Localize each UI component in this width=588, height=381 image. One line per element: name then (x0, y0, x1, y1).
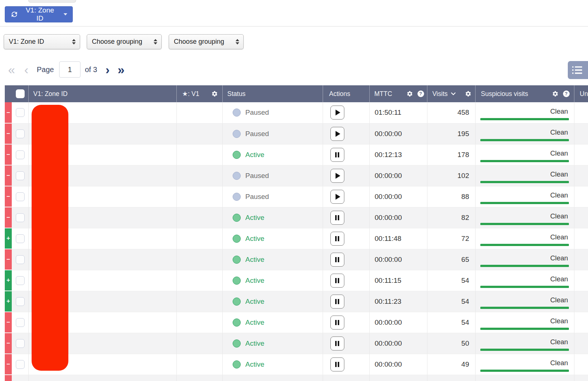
row-checkbox[interactable] (16, 150, 25, 159)
next-page-button[interactable]: › (105, 60, 110, 79)
row-checkbox[interactable] (16, 297, 25, 306)
view-options-button[interactable] (568, 61, 588, 79)
column-header-visits[interactable]: Visits (427, 85, 475, 102)
status-label: Paused (245, 108, 269, 117)
pause-button[interactable] (330, 295, 344, 309)
pause-button[interactable] (330, 316, 344, 330)
table-row: –Active00:00:0050Clean (5, 333, 588, 354)
column-settings-gear-icon[interactable] (211, 90, 218, 97)
play-button[interactable] (330, 190, 344, 204)
refresh-grouping-button[interactable]: V1: Zone ID (5, 6, 73, 22)
column-label: Suspicious visits (481, 90, 528, 98)
table-row: +Active00:11:1554Clean (5, 270, 588, 291)
trend-indicator: – (5, 186, 12, 207)
play-icon (336, 194, 340, 200)
pause-icon (335, 257, 339, 262)
page-input[interactable] (59, 61, 80, 78)
column-settings-gear-icon[interactable] (465, 90, 472, 97)
status-label: Active (245, 235, 265, 243)
visits-value: 82 (461, 214, 469, 221)
suspicious-level-bar (480, 160, 569, 162)
trend-sign: – (7, 151, 10, 158)
column-header-star[interactable]: ★: V1 (176, 85, 222, 102)
column-header-suspicious[interactable]: Suspicious visits? (475, 85, 574, 102)
table-row: +Active00:11:2354Clean (5, 291, 588, 312)
grouping-select-2[interactable]: Choose grouping (87, 34, 162, 49)
suspicious-visits-label: Clean (480, 338, 569, 346)
pause-button[interactable] (330, 148, 344, 162)
table-row: –Active00:00:0065Clean (5, 249, 588, 270)
first-page-button[interactable]: « (8, 60, 15, 79)
grouping-select-3[interactable]: Choose grouping (169, 34, 244, 49)
column-header-mttc[interactable]: MTTC? (369, 85, 427, 102)
help-icon[interactable]: ? (563, 90, 570, 97)
pause-button[interactable] (330, 232, 344, 246)
mttc-value: 00:11:48 (375, 235, 402, 242)
row-checkbox[interactable] (16, 108, 25, 117)
suspicious-level-bar (480, 181, 569, 183)
visits-value: 102 (458, 172, 469, 179)
row-checkbox[interactable] (16, 360, 25, 369)
select-all-checkbox[interactable] (16, 89, 25, 98)
pause-icon (335, 215, 339, 220)
pause-button[interactable] (330, 337, 344, 350)
column-header-zone[interactable]: V1: Zone ID (28, 85, 176, 102)
play-button[interactable] (330, 169, 344, 183)
column-header-check[interactable] (5, 85, 28, 102)
column-header-actions[interactable]: Actions (323, 85, 369, 102)
cutoff-column-cell (574, 249, 588, 270)
mttc-value: 00:11:23 (375, 298, 402, 305)
row-checkbox[interactable] (16, 171, 25, 180)
visits-value: 72 (461, 235, 469, 242)
suspicious-level-bar (480, 139, 569, 141)
stepper-icon (72, 39, 76, 44)
visits-value: 54 (461, 277, 469, 284)
status-label: Active (245, 277, 265, 285)
pause-button[interactable] (330, 357, 344, 371)
table-row: +Active00:11:4872Clean (5, 228, 588, 249)
grouping-select-1[interactable]: V1: Zone ID (4, 34, 80, 49)
cutoff-column-cell (574, 312, 588, 333)
row-checkbox[interactable] (16, 318, 25, 327)
trend-sign: – (7, 360, 10, 368)
suspicious-visits-label: Clean (480, 128, 569, 136)
cutoff-column-cell (574, 354, 588, 375)
table-row: –Paused00:00:00102Clean (5, 165, 588, 186)
visits-value: 50 (461, 339, 469, 347)
row-checkbox[interactable] (16, 255, 25, 264)
pause-button[interactable] (330, 274, 344, 288)
pause-icon (335, 341, 339, 346)
trend-sign: – (7, 339, 10, 347)
cutoff-column-cell (574, 123, 588, 144)
stepper-icon (236, 39, 239, 44)
play-button[interactable] (330, 106, 344, 120)
row-checkbox[interactable] (16, 192, 25, 201)
pause-button[interactable] (330, 253, 344, 267)
visits-value: 88 (461, 193, 469, 200)
row-checkbox[interactable] (16, 213, 25, 222)
row-checkbox[interactable] (16, 129, 25, 138)
column-settings-gear-icon[interactable] (406, 90, 413, 97)
column-label: V1: Zone ID (33, 90, 68, 98)
column-label: Status (227, 90, 246, 98)
row-checkbox[interactable] (16, 234, 25, 243)
trend-indicator: + (5, 270, 12, 291)
column-settings-gear-icon[interactable] (552, 90, 559, 97)
column-label: Visits (433, 90, 448, 98)
trend-sign: – (7, 214, 10, 221)
row-checkbox[interactable] (16, 276, 25, 285)
play-button[interactable] (330, 127, 344, 141)
column-header-status[interactable]: Status (222, 85, 323, 102)
table-row: –Paused01:50:11458Clean (5, 102, 588, 123)
last-page-button[interactable]: » (118, 60, 125, 79)
select-value: Choose grouping (92, 38, 142, 46)
star-v1-cell (176, 333, 222, 354)
prev-page-button[interactable]: ‹ (24, 60, 28, 79)
row-checkbox[interactable] (16, 339, 25, 348)
column-header-unknown[interactable]: Un (574, 85, 588, 102)
star-v1-cell (176, 312, 222, 333)
column-label: MTTC (374, 90, 392, 98)
help-icon[interactable]: ? (417, 90, 424, 97)
star-v1-cell (176, 165, 222, 186)
pause-button[interactable] (330, 211, 344, 225)
